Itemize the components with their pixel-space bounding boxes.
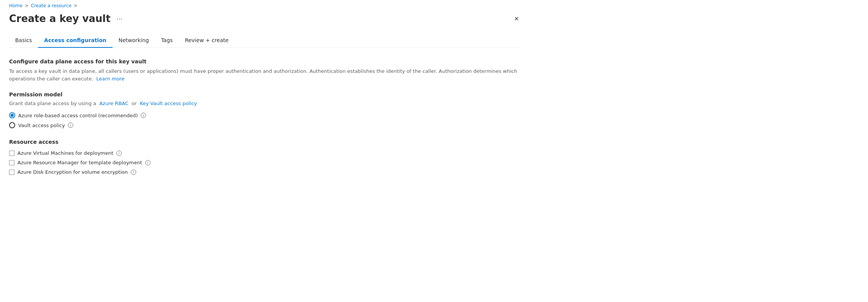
tab-review-create[interactable]: Review + create (179, 33, 235, 48)
breadcrumb-home[interactable]: Home (9, 3, 22, 8)
configure-data-plane-title: Configure data plane access for this key… (9, 58, 522, 64)
learn-more-link[interactable]: Learn more (96, 76, 124, 82)
key-vault-access-policy-link[interactable]: Key Vault access policy (140, 101, 197, 106)
tab-tags[interactable]: Tags (155, 33, 179, 48)
vm-deployment-info-icon[interactable]: i (116, 151, 122, 156)
configure-data-plane-description: To access a key vault in data plane, all… (9, 68, 522, 82)
radio-azure-rbac-label: Azure role-based access control (recomme… (18, 113, 138, 118)
disk-encryption-info-icon[interactable]: i (131, 170, 136, 175)
permission-model-title: Permission model (9, 91, 522, 98)
permission-description-middle: or (132, 101, 137, 106)
vault-access-policy-info-icon[interactable]: i (68, 123, 73, 128)
configure-data-plane-section: Configure data plane access for this key… (9, 58, 522, 82)
radio-item-azure-rbac[interactable]: Azure role-based access control (recomme… (9, 112, 522, 118)
resource-access-section: Resource access Azure Virtual Machines f… (9, 139, 522, 175)
permission-model-description: Grant data plane access by using a Azure… (9, 101, 522, 106)
checkbox-vm-deployment-input[interactable] (9, 151, 14, 156)
page-title: Create a key vault (9, 13, 110, 24)
checkbox-disk-encryption-label: Azure Disk Encryption for volume encrypt… (17, 169, 128, 175)
checkbox-disk-encryption-input[interactable] (9, 170, 14, 175)
azure-rbac-link[interactable]: Azure RBAC (99, 101, 129, 106)
page-header: Create a key vault ··· × (9, 10, 522, 33)
checkbox-item-vm-deployment[interactable]: Azure Virtual Machines for deployment i (9, 150, 522, 156)
permission-description-prefix: Grant data plane access by using a (9, 101, 96, 106)
arm-deployment-info-icon[interactable]: i (145, 160, 151, 165)
more-options-button[interactable]: ··· (114, 14, 124, 24)
checkbox-arm-deployment-label: Azure Resource Manager for template depl… (17, 160, 142, 165)
breadcrumb-separator-1: > (25, 3, 28, 8)
radio-item-vault-access-policy[interactable]: Vault access policy i (9, 122, 522, 128)
permission-model-radio-group: Azure role-based access control (recomme… (9, 112, 522, 128)
breadcrumb-create-resource[interactable]: Create a resource (31, 3, 72, 8)
radio-vault-access-policy-input[interactable] (9, 122, 15, 128)
radio-vault-access-policy-label: Vault access policy (18, 123, 65, 128)
close-button[interactable]: × (511, 13, 522, 24)
checkbox-vm-deployment-label: Azure Virtual Machines for deployment (17, 150, 113, 156)
resource-access-title: Resource access (9, 139, 522, 145)
checkbox-arm-deployment-input[interactable] (9, 160, 14, 165)
checkbox-item-disk-encryption[interactable]: Azure Disk Encryption for volume encrypt… (9, 169, 522, 175)
tab-networking[interactable]: Networking (113, 33, 155, 48)
breadcrumb: Home > Create a resource > (9, 0, 522, 10)
radio-azure-rbac-input[interactable] (9, 112, 15, 118)
tab-bar: Basics Access configuration Networking T… (9, 33, 522, 48)
tab-basics[interactable]: Basics (9, 33, 38, 48)
breadcrumb-separator-2: > (74, 3, 77, 8)
azure-rbac-info-icon[interactable]: i (141, 113, 146, 118)
checkbox-item-arm-deployment[interactable]: Azure Resource Manager for template depl… (9, 160, 522, 165)
permission-model-section: Permission model Grant data plane access… (9, 91, 522, 128)
configure-data-plane-description-text: To access a key vault in data plane, all… (9, 68, 517, 82)
resource-access-checkbox-group: Azure Virtual Machines for deployment i … (9, 150, 522, 175)
tab-access-configuration[interactable]: Access configuration (38, 33, 112, 48)
